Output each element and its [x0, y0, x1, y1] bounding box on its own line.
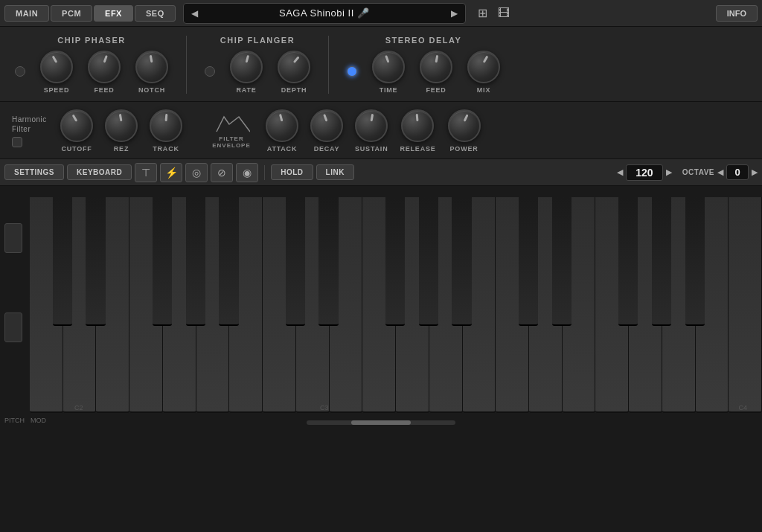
pitch-slider[interactable] — [4, 223, 22, 253]
stereo-delay-title: STEREO DELAY — [385, 36, 462, 45]
track-knob[interactable] — [150, 109, 182, 142]
delay-feed-label: FEED — [426, 86, 446, 94]
black-key[interactable] — [618, 197, 638, 326]
keyboard-scrollbar[interactable] — [307, 420, 455, 425]
time-knob[interactable] — [372, 51, 405, 83]
black-key[interactable] — [86, 197, 105, 326]
black-key[interactable] — [53, 197, 72, 326]
tab-efx[interactable]: EFX — [94, 5, 133, 22]
mod-slider[interactable] — [4, 313, 22, 342]
black-key[interactable] — [153, 197, 172, 326]
release-label: RELEASE — [400, 145, 435, 153]
save-icon-btn[interactable]: 🎞 — [493, 7, 514, 20]
black-key[interactable] — [286, 197, 305, 326]
stereo-delay-group: STEREO DELAY TIME FEED MIX — [347, 36, 500, 94]
black-key[interactable] — [552, 197, 572, 326]
black-key[interactable] — [519, 197, 538, 326]
white-key[interactable] — [30, 197, 63, 413]
rez-knob[interactable] — [105, 109, 138, 142]
bluetooth-icon-btn[interactable]: ⚡ — [160, 163, 182, 182]
filter-envelope-area: FILTERENVELOPE — [209, 113, 254, 149]
info-button[interactable]: INFO — [716, 5, 758, 22]
octave-next-arrow[interactable]: ▶ — [752, 167, 758, 177]
black-key[interactable] — [385, 197, 405, 326]
black-key[interactable] — [419, 197, 438, 326]
white-key[interactable] — [362, 197, 396, 413]
phaser-flanger-divider — [186, 36, 187, 94]
octave-prev-arrow[interactable]: ◀ — [717, 167, 723, 177]
stereo-delay-knobs: TIME FEED MIX — [347, 51, 500, 94]
keyboard-scroll-thumb[interactable] — [351, 420, 411, 425]
depth-label: DEPTH — [281, 86, 307, 94]
depth-knob[interactable] — [278, 51, 310, 83]
white-key[interactable] — [595, 197, 629, 413]
cutoff-label: CUTOFF — [61, 145, 92, 153]
black-key[interactable] — [318, 197, 338, 326]
bpm-next-arrow[interactable]: ▶ — [666, 167, 672, 177]
no-icon-btn[interactable]: ⊘ — [211, 163, 233, 182]
preset-area: ◀ SAGA Shinobi II 🎤 ▶ — [183, 3, 466, 24]
tab-main[interactable]: MAIN — [4, 5, 49, 22]
sustain-knob[interactable] — [355, 109, 388, 142]
harmonic-cutoff: CUTOFF — [60, 109, 93, 153]
link-button[interactable]: LINK — [316, 164, 354, 180]
black-key[interactable] — [652, 197, 671, 326]
chip-phaser-group: CHIP PHASER SPEED FEED NOTCH — [15, 36, 168, 94]
octave-label: OCTAVE — [682, 168, 714, 176]
track-label: TRACK — [153, 145, 179, 153]
c2-label: C2 — [74, 404, 83, 411]
grid-icon-btn[interactable]: ⊞ — [473, 6, 492, 20]
chip-phaser-toggle-area — [15, 66, 25, 78]
white-key[interactable] — [729, 197, 762, 413]
tab-seq[interactable]: SEQ — [135, 5, 176, 22]
notch-knob[interactable] — [135, 51, 168, 83]
toolbar-divider — [264, 165, 265, 180]
octave-value[interactable]: 0 — [726, 164, 749, 180]
dot-icon-btn[interactable]: ◉ — [236, 163, 258, 182]
phaser-feed-knob[interactable] — [88, 51, 121, 83]
white-key[interactable] — [263, 197, 296, 413]
settings-button[interactable]: SETTINGS — [4, 164, 64, 180]
white-key[interactable] — [129, 197, 163, 413]
harmonic-decay: DECAY — [310, 109, 343, 153]
filter-envelope-svg — [213, 113, 250, 134]
harmonic-rez: REZ — [105, 109, 138, 153]
power-knob[interactable] — [448, 109, 481, 142]
black-key[interactable] — [186, 197, 205, 326]
bpm-value[interactable]: 120 — [626, 164, 663, 181]
keyboard-container[interactable] — [30, 197, 762, 413]
black-key[interactable] — [685, 197, 705, 326]
delay-feed-knob[interactable] — [420, 51, 452, 83]
cutoff-knob[interactable] — [60, 109, 93, 142]
rez-label: REZ — [114, 145, 129, 153]
tab-pcm[interactable]: PCM — [51, 5, 92, 22]
white-key[interactable] — [496, 197, 529, 413]
black-key[interactable] — [452, 197, 471, 326]
efx-section: CHIP PHASER SPEED FEED NOTCH CHIP FLANGE… — [0, 27, 762, 102]
attack-knob[interactable] — [266, 109, 298, 142]
rate-knob[interactable] — [230, 51, 263, 83]
chip-flanger-rate: RATE — [230, 51, 263, 94]
release-knob[interactable] — [401, 109, 434, 142]
chip-phaser-toggle[interactable] — [15, 66, 25, 77]
preset-next-arrow[interactable]: ▶ — [444, 8, 465, 19]
chip-flanger-toggle[interactable] — [205, 66, 215, 77]
black-key[interactable] — [219, 197, 238, 326]
speed-knob[interactable] — [40, 51, 73, 83]
harmonic-label-text: Harmonic Filter — [12, 115, 47, 134]
mix-knob[interactable] — [467, 51, 500, 83]
decay-knob[interactable] — [310, 109, 343, 142]
mixer-icon-btn[interactable]: ⊤ — [135, 163, 157, 182]
stereo-delay-toggle[interactable] — [347, 66, 357, 77]
bpm-prev-arrow[interactable]: ◀ — [617, 167, 623, 177]
keyboard-area: PITCH MOD C2 C3 C4 — [0, 186, 762, 428]
octave-area: OCTAVE ◀ 0 ▶ — [682, 164, 758, 180]
harmonic-filter-toggle[interactable] — [12, 137, 22, 147]
keyboard-button[interactable]: KEYBOARD — [67, 164, 132, 180]
flanger-delay-divider — [328, 36, 329, 94]
hold-button[interactable]: HOLD — [271, 164, 313, 180]
preset-prev-arrow[interactable]: ◀ — [184, 8, 205, 19]
speed-label: SPEED — [44, 86, 70, 94]
circle-icon-btn[interactable]: ◎ — [185, 163, 208, 182]
stereo-delay-feed: FEED — [420, 51, 452, 94]
